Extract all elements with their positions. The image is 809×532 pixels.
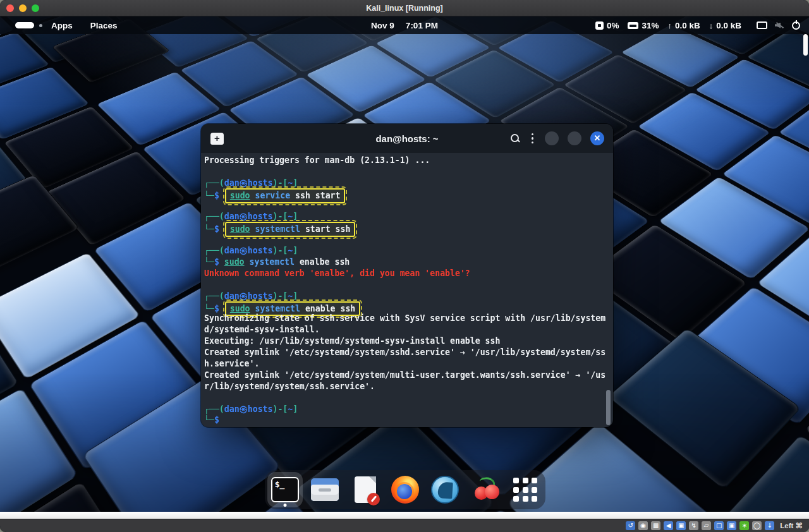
terminal-line <box>204 166 613 178</box>
keyboard-capture-icon[interactable]: ↓ <box>765 521 774 530</box>
dock-item-app-grid[interactable] <box>508 472 543 507</box>
dock-item-wireshark[interactable] <box>427 472 463 507</box>
terminal-scrollbar-thumb[interactable] <box>606 390 611 425</box>
dock-item-cherrytree[interactable] <box>468 472 503 507</box>
mouse-integration-icon[interactable]: ◯ <box>752 521 762 530</box>
host-scrollbar-thumb[interactable] <box>803 34 808 56</box>
search-icon[interactable] <box>510 133 520 143</box>
firefox-app-icon <box>391 476 419 504</box>
net-up-indicator[interactable]: ↑ 0.0 kB <box>667 21 700 30</box>
terminal-line <box>204 279 613 291</box>
net-down-indicator[interactable]: ↓ 0.0 kB <box>709 21 741 30</box>
terminal-line: d/systemd-sysv-install. <box>204 324 613 336</box>
terminal-line: ┌──(dan㉿hosts)-[~] <box>204 178 613 189</box>
places-menu[interactable]: Places <box>82 16 126 34</box>
dock-item-terminal[interactable]: $_ <box>267 472 303 507</box>
display-icon <box>757 21 767 29</box>
terminal-line: r/lib/systemd/system/ssh.service'. <box>204 381 613 392</box>
optical-drive-icon[interactable]: ◉ <box>638 521 648 530</box>
cpu-indicator[interactable]: 0% <box>595 21 619 30</box>
terminal-app-icon: $_ <box>271 477 299 502</box>
terminal-line <box>204 392 613 404</box>
terminal-line: ┌──(dan㉿hosts)-[~] <box>204 404 613 415</box>
terminal-line: ┌──(dan㉿hosts)-[~] <box>204 211 613 222</box>
system-menu[interactable] <box>757 21 800 30</box>
terminal-window: dan@hosts: ~ ✕ Processing triggers for m… <box>201 124 613 427</box>
dock-item-files[interactable] <box>307 472 343 507</box>
vm-titlebar: Kali_linux [Running] <box>0 0 809 16</box>
memory-indicator[interactable]: 31% <box>628 21 659 30</box>
apps-menu[interactable]: Apps <box>42 16 82 34</box>
video-capture-icon[interactable]: ▣ <box>727 521 736 530</box>
terminal-lines: Processing triggers for man-db (2.13.1-1… <box>204 155 613 426</box>
terminal-line: Processing triggers for man-db (2.13.1-1… <box>204 155 613 166</box>
terminal-line: h.service'. <box>204 358 613 370</box>
window-bottom-strip <box>0 512 809 519</box>
pencil-badge-icon <box>367 493 380 505</box>
workspace-indicator-active[interactable] <box>15 22 34 28</box>
network-activity-icon[interactable]: ∗ <box>739 521 749 530</box>
close-button[interactable]: ✕ <box>590 131 604 145</box>
dock-item-text-editor[interactable] <box>348 472 383 507</box>
wireshark-app-icon <box>431 476 459 504</box>
terminal-line: └─$ sudo systemctl enalbe ssh <box>204 257 613 268</box>
highlight-annotation: sudo service ssh start <box>225 188 346 203</box>
minimize-button[interactable] <box>545 131 559 145</box>
terminal-line: ┌──(dan㉿hosts)-[~] <box>204 291 613 302</box>
clock-menu[interactable]: Nov 9 7:01 PM <box>371 21 438 30</box>
maximize-button[interactable] <box>568 131 581 145</box>
display-icon[interactable]: □ <box>714 521 724 530</box>
statusbar-icons: ↺◉▦◀▣↯▱□▣∗◯↓ <box>626 521 774 530</box>
net-down-value: 0.0 kB <box>716 21 741 30</box>
terminal-output: Processing triggers for man-db (2.13.1-1… <box>201 153 613 427</box>
cpu-icon <box>595 21 604 30</box>
memory-icon <box>628 22 638 29</box>
hard-disk-activity-icon[interactable]: ↺ <box>626 521 635 530</box>
usb-devices-icon[interactable]: ↯ <box>689 521 698 530</box>
audio-muted-icon <box>775 21 784 30</box>
memory-value: 31% <box>642 21 659 30</box>
terminal-line: Unknown command verb 'enalbe', did you m… <box>204 268 613 279</box>
files-app-icon <box>311 478 339 501</box>
text-editor-app-icon <box>355 476 376 503</box>
terminal-line: └─$ <box>204 414 613 426</box>
system-indicators: 0% 31% ↑ 0.0 kB ↓ 0.0 kB <box>595 21 800 30</box>
terminal-titlebar[interactable]: dan@hosts: ~ ✕ <box>201 124 613 153</box>
gnome-top-bar: Apps Places Nov 9 7:01 PM 0% 31% <box>0 16 809 34</box>
network-adapters-icon[interactable]: ▣ <box>676 521 686 530</box>
terminal-actions: ✕ <box>510 131 605 145</box>
terminal-line: └─$ sudo service ssh start <box>204 189 613 200</box>
terminal-line: Created symlink '/etc/systemd/system/ssh… <box>204 347 613 358</box>
download-arrow-icon: ↓ <box>709 21 714 30</box>
clock-time: 7:01 PM <box>406 21 438 30</box>
terminal-line: └─$ sudo systemctl start ssh <box>204 222 613 234</box>
upload-arrow-icon: ↑ <box>667 21 672 30</box>
highlight-annotation: sudo systemctl start ssh <box>225 222 356 237</box>
vm-window-title: Kali_linux [Running] <box>0 4 809 13</box>
terminal-line: └─$ sudo systemctl enable ssh <box>204 302 613 313</box>
terminal-line: Created symlink '/etc/systemd/system/mul… <box>204 370 613 381</box>
dock: $_ <box>265 470 545 509</box>
cpu-value: 0% <box>607 21 619 30</box>
net-up-value: 0.0 kB <box>675 21 700 30</box>
terminal-line: ┌──(dan㉿hosts)-[~] <box>204 245 613 257</box>
virtualbox-statusbar: ↺◉▦◀▣↯▱□▣∗◯↓ Left ⌘ <box>0 519 809 532</box>
shared-folders-icon[interactable]: ▱ <box>702 521 711 530</box>
audio-icon[interactable]: ◀ <box>664 521 673 530</box>
terminal-line: Synchronizing state of ssh.service with … <box>204 313 613 324</box>
terminal-line: Executing: /usr/lib/systemd/systemd-sysv… <box>204 336 613 347</box>
cherrytree-app-icon <box>471 476 499 504</box>
power-icon <box>792 21 800 30</box>
running-indicator-dot <box>283 504 286 507</box>
clock-date: Nov 9 <box>371 21 394 30</box>
menu-kebab-icon[interactable] <box>529 133 537 144</box>
virtualbox-window: Kali_linux [Running] Apps Places Nov 9 7… <box>0 0 809 532</box>
floppy-drive-icon[interactable]: ▦ <box>651 521 660 530</box>
host-key-label: Left ⌘ <box>780 521 803 530</box>
screenshot-stage: Kali_linux [Running] Apps Places Nov 9 7… <box>0 0 809 532</box>
dock-item-firefox[interactable] <box>387 472 423 507</box>
app-grid-icon <box>513 478 537 502</box>
guest-screen: Apps Places Nov 9 7:01 PM 0% 31% <box>0 16 809 512</box>
